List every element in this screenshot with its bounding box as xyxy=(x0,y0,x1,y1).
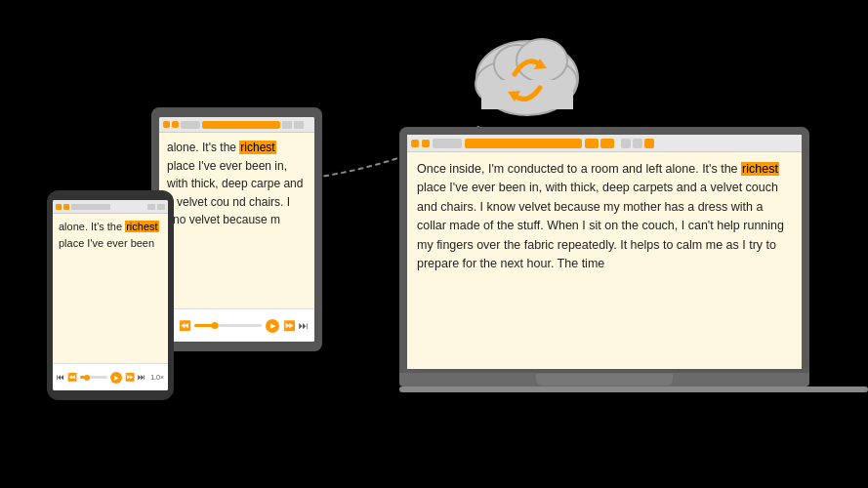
svg-point-4 xyxy=(517,39,567,82)
laptop-base xyxy=(399,373,809,386)
phone-speed: 1.0× xyxy=(150,374,164,381)
phone-player-prev[interactable]: ⏪ xyxy=(67,373,77,382)
phone-toolbar-icon-2 xyxy=(63,204,69,210)
player-prev-btn[interactable]: ⏪ xyxy=(179,320,190,331)
laptop-highlight-word: richest xyxy=(741,162,779,176)
laptop-screen-outer: Once inside, I'm conducted to a room and… xyxy=(399,127,809,373)
phone: alone. It's the richest place I've ever … xyxy=(47,190,174,400)
laptop-foot xyxy=(399,386,868,392)
toolbar-btn-1[interactable] xyxy=(621,139,631,148)
laptop-screen: Once inside, I'm conducted to a room and… xyxy=(407,135,802,369)
phone-nav-btn[interactable] xyxy=(147,204,155,210)
nav-next[interactable] xyxy=(600,139,614,148)
tablet-text-after: place I've ever been in, with thick, dee… xyxy=(167,159,303,227)
tablet-outer: alone. It's the richest place I've ever … xyxy=(151,107,322,351)
player-next-btn[interactable]: ⏩ xyxy=(283,320,295,331)
phone-player: ⏮ ⏪ ▶ ⏩ ⏭ 1.0× xyxy=(53,363,168,390)
phone-player-fwd[interactable]: ⏭ xyxy=(138,373,145,382)
tab-nav-next[interactable] xyxy=(294,121,304,129)
phone-player-next[interactable]: ⏩ xyxy=(125,373,135,382)
player-play-btn[interactable]: ▶ xyxy=(266,319,279,333)
toolbar-icon-2 xyxy=(422,140,430,147)
phone-play-btn[interactable]: ▶ xyxy=(110,372,122,384)
tab-toolbar-spacer xyxy=(181,121,200,129)
phone-toolbar-bar xyxy=(71,204,110,210)
tablet-toolbar xyxy=(159,117,314,133)
toolbar-btn-2[interactable] xyxy=(633,139,642,148)
tablet-highlight-word: richest xyxy=(239,141,275,154)
tab-toolbar-search xyxy=(202,121,280,129)
phone-player-track xyxy=(80,376,107,379)
phone-player-back[interactable]: ⏮ xyxy=(57,373,64,382)
tab-nav-prev[interactable] xyxy=(282,121,292,129)
phone-highlight-word: richest xyxy=(125,221,158,232)
laptop: Once inside, I'm conducted to a room and… xyxy=(399,127,809,392)
tablet-screen: alone. It's the richest place I've ever … xyxy=(159,117,314,342)
phone-text-before: alone. It's the xyxy=(59,221,125,232)
scene: Once inside, I'm conducted to a room and… xyxy=(0,0,868,488)
toolbar-icon-1 xyxy=(411,140,419,147)
tablet-player: ⏮ ⏪ ▶ ⏩ ⏭ xyxy=(159,308,314,342)
laptop-stand xyxy=(536,374,673,386)
phone-outer: alone. It's the richest place I've ever … xyxy=(47,190,174,400)
tablet-content: alone. It's the richest place I've ever … xyxy=(159,133,314,308)
laptop-text-before: Once inside, I'm conducted to a room and… xyxy=(417,162,741,176)
tab-toolbar-icon-1 xyxy=(163,121,170,128)
phone-toolbar-icon-1 xyxy=(56,204,62,210)
tablet: alone. It's the richest place I've ever … xyxy=(151,107,322,351)
phone-content: alone. It's the richest place I've ever … xyxy=(53,214,168,363)
phone-text-after: place I've ever been xyxy=(59,237,154,249)
tab-toolbar-icon-2 xyxy=(172,121,179,128)
laptop-toolbar xyxy=(407,135,802,152)
laptop-content: Once inside, I'm conducted to a room and… xyxy=(407,152,802,368)
toolbar-spacer xyxy=(433,139,462,148)
cloud-sync-icon xyxy=(464,18,591,125)
phone-menu-btn[interactable] xyxy=(157,204,165,210)
player-fwd-btn[interactable]: ⏭ xyxy=(299,320,309,331)
player-dot xyxy=(211,322,218,329)
laptop-text-after: place I've ever been in, with thick, dee… xyxy=(417,181,784,270)
phone-player-dot xyxy=(84,375,90,381)
player-track xyxy=(194,324,262,327)
nav-prev[interactable] xyxy=(585,139,599,148)
toolbar-btn-3[interactable] xyxy=(644,139,654,148)
phone-toolbar xyxy=(53,200,168,214)
svg-rect-5 xyxy=(481,80,573,109)
tablet-text-before: alone. It's the xyxy=(167,141,239,154)
toolbar-search xyxy=(465,139,582,148)
phone-screen: alone. It's the richest place I've ever … xyxy=(53,200,168,390)
